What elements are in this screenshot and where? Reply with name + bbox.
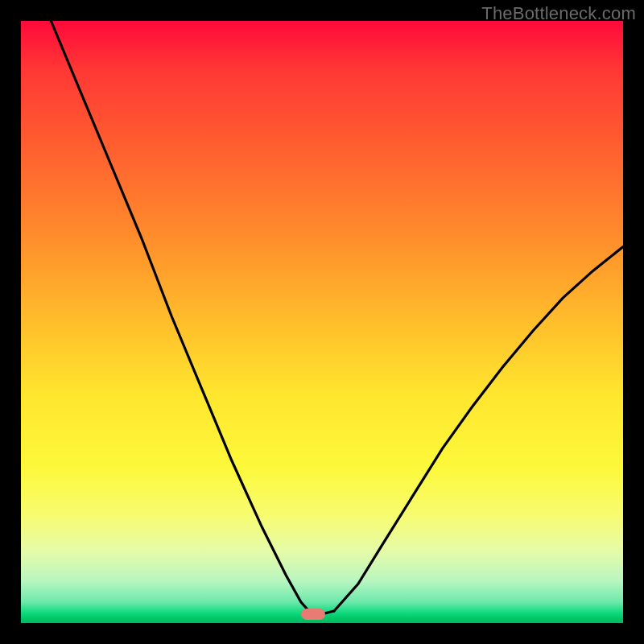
chart-frame: TheBottleneck.com <box>0 0 644 644</box>
curve-left <box>51 21 310 613</box>
plot-area <box>21 21 623 623</box>
bottleneck-curve <box>21 21 623 623</box>
optimal-marker <box>301 609 325 620</box>
curve-right <box>334 247 623 612</box>
watermark-text: TheBottleneck.com <box>481 3 636 24</box>
